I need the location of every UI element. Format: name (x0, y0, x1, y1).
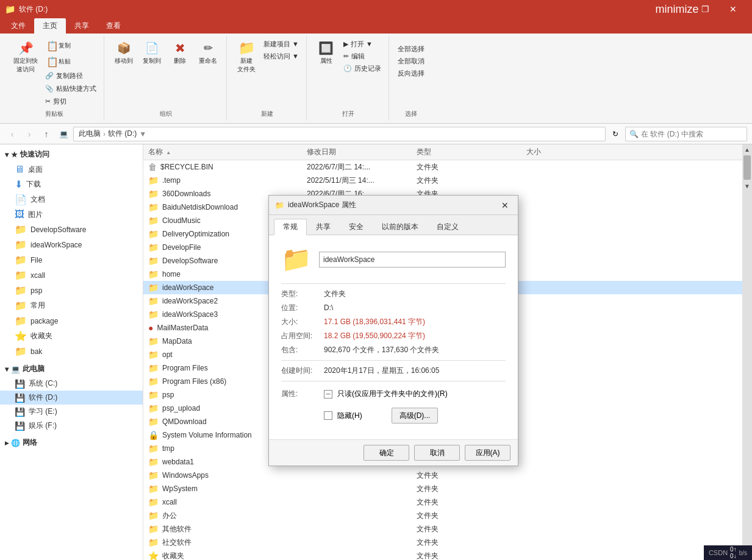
ok-button[interactable]: 确定 (363, 445, 409, 461)
speed-display: 0↑ 0↓ (730, 546, 737, 559)
file-row-temp[interactable]: 📁.temp 2022/5/11/周三 14:... 文件夹 (143, 174, 742, 187)
new-folder-button[interactable]: 📁 新建文件夹 (233, 38, 260, 75)
dialog-tab-share[interactable]: 共享 (307, 219, 340, 235)
scroll-down-button[interactable]: ▼ (742, 181, 752, 191)
ribbon-tab-home[interactable]: 主页 (34, 18, 66, 34)
sidebar-item-favorites[interactable]: ⭐ 收藏夹 📌 (0, 328, 143, 344)
select-all-button[interactable]: 全部选择 (395, 43, 427, 55)
file-row-xcall[interactable]: 📁xcall 文件夹 (143, 495, 742, 509)
new-item-button[interactable]: 新建项目 ▼ (261, 38, 301, 50)
file-row-wpsystem[interactable]: 📁WpSystem 文件夹 (143, 482, 742, 495)
file-row-windowsapps[interactable]: 📁WindowsApps 文件夹 (143, 469, 742, 482)
readonly-checkbox[interactable]: ─ (324, 390, 332, 399)
back-button[interactable]: ‹ (5, 127, 20, 141)
search-box[interactable]: 🔍 (625, 127, 747, 141)
col-date-header[interactable]: 修改日期 (302, 147, 412, 157)
file-row-recycle[interactable]: 🗑$RECYCLE.BIN 2022/6/7/周二 14:... 文件夹 (143, 160, 742, 174)
ribbon-tab-view[interactable]: 查看 (98, 18, 129, 34)
col-date-label: 修改日期 (307, 147, 336, 156)
paste-shortcut-button[interactable]: 📎 粘贴快捷方式 (43, 83, 99, 94)
develop-software-icon: 📁 (15, 224, 27, 235)
search-input[interactable] (641, 130, 743, 138)
copy-to-button[interactable]: 📄 复制到 (138, 38, 165, 66)
contains-value: 902,670 个文件，137,630 个文件夹 (324, 345, 439, 355)
sidebar-item-common[interactable]: 📁 常用 📌 (0, 298, 143, 313)
open-button[interactable]: ▶ 打开 ▼ (341, 38, 384, 50)
sidebar-item-xcall[interactable]: 📁 xcall 📌 (0, 268, 143, 283)
cut-button[interactable]: ✂ 剪切 (43, 96, 99, 107)
ribbon-content: 📌 固定到快速访问 📋 复制 📋 粘贴 🔗 复制路径 (0, 34, 752, 123)
pin-button[interactable]: 📌 固定到快速访问 (10, 38, 41, 75)
network-header[interactable]: ▸ 🌐 网络 (0, 435, 143, 450)
restore-button[interactable]: ❐ (691, 0, 719, 18)
address-path[interactable]: 此电脑 › 软件 (D:) ▼ (73, 127, 606, 141)
history-button[interactable]: 🕐 历史记录 (341, 63, 384, 74)
file-row-favorites-folder[interactable]: ⭐收藏夹 文件夹 (143, 549, 742, 560)
properties-dialog[interactable]: 📁 ideaWorkSpace 属性 ✕ 常规 共享 安全 以前的版本 自定义 … (268, 195, 518, 466)
sidebar-item-develop-software[interactable]: 📁 DevelopSoftware 📌 (0, 222, 143, 237)
edit-button[interactable]: ✏ 编辑 (341, 51, 384, 62)
sidebar-item-drive-d[interactable]: 💾 软件 (D:) (0, 391, 143, 405)
forward-button[interactable]: › (22, 127, 37, 141)
properties-button[interactable]: 🔲 属性 (313, 38, 340, 66)
dialog-folder-row: 📁 (281, 245, 506, 274)
hidden-checkbox[interactable] (324, 411, 332, 420)
sidebar-item-drive-c[interactable]: 💾 系统 (C:) (0, 377, 143, 391)
cancel-button[interactable]: 取消 (414, 445, 460, 461)
dialog-tab-custom[interactable]: 自定义 (428, 219, 468, 235)
advanced-button[interactable]: 高级(D)... (392, 408, 439, 424)
col-name-header[interactable]: 名称 ▲ (143, 147, 302, 157)
sidebar-item-downloads[interactable]: ⬇ 下载 📌 (0, 177, 143, 192)
rename-button[interactable]: ✏ 重命名 (195, 38, 221, 66)
up-button[interactable]: ↑ (39, 127, 54, 141)
select-none-button[interactable]: 全部取消 (395, 55, 427, 67)
sidebar-item-file[interactable]: 📁 File 📌 (0, 252, 143, 268)
copy-button[interactable]: 📋 复制 (43, 38, 99, 53)
refresh-button[interactable]: ↻ (608, 127, 623, 141)
windowsapps-icon: 📁 (148, 470, 159, 480)
dialog-tab-general[interactable]: 常规 (274, 219, 307, 235)
sidebar-item-documents[interactable]: 📄 文档 📌 (0, 192, 143, 207)
dialog-title-bar: 📁 ideaWorkSpace 属性 ✕ (269, 196, 518, 215)
dialog-close-button[interactable]: ✕ (498, 199, 512, 212)
move-to-button[interactable]: 📦 移动到 (110, 38, 137, 66)
sidebar-item-package[interactable]: 📁 package 📌 (0, 313, 143, 328)
apply-button[interactable]: 应用(A) (465, 445, 510, 461)
title-bar-left: 📁 软件 (D:) (5, 4, 48, 15)
sidebar-item-desktop[interactable]: 🖥 桌面 📌 (0, 162, 143, 177)
sidebar-item-bak[interactable]: 📁 bak 📌 (0, 344, 143, 359)
file-row-office[interactable]: 📁办公 文件夹 (143, 509, 742, 522)
invert-select-button[interactable]: 反向选择 (395, 68, 427, 79)
paste-button[interactable]: 📋 粘贴 (43, 54, 99, 69)
scroll-thumb[interactable] (743, 155, 751, 180)
delete-button[interactable]: ✖ 删除 (167, 38, 193, 66)
scroll-indicator[interactable]: ▲ ▼ (742, 144, 752, 560)
col-type-header[interactable]: 类型 (412, 147, 485, 157)
quick-access-header[interactable]: ▾ ★ 快速访问 (0, 147, 143, 162)
easy-access-button[interactable]: 轻松访问 ▼ (261, 51, 301, 62)
dialog-tab-previous[interactable]: 以前的版本 (373, 219, 428, 235)
sidebar-item-drive-e[interactable]: 💾 学习 (E:) (0, 405, 143, 419)
dialog-name-input[interactable] (319, 252, 506, 268)
tmp-name: tmp (162, 444, 174, 453)
file-row-other-software[interactable]: 📁其他软件 文件夹 (143, 522, 742, 536)
edit-label: 编辑 (351, 52, 365, 61)
minimize-button[interactable]: minimize (663, 0, 691, 18)
ribbon-tab-share[interactable]: 共享 (66, 18, 98, 34)
sidebar-item-idea-workspace[interactable]: 📁 ideaWorkSpace 📌 (0, 237, 143, 252)
paste-shortcut-icon: 📎 (45, 85, 54, 93)
scroll-up-button[interactable]: ▲ (742, 144, 752, 154)
drive-d-icon: 💾 (15, 393, 25, 403)
file-row-social[interactable]: 📁社交软件 文件夹 (143, 536, 742, 549)
sidebar-item-pictures[interactable]: 🖼 图片 📌 (0, 207, 143, 222)
sidebar-item-psp[interactable]: 📁 psp 📌 (0, 283, 143, 298)
wpsystem-name: WpSystem (162, 484, 198, 493)
copy-path-button[interactable]: 🔗 复制路径 (43, 70, 99, 82)
this-pc-header[interactable]: ▾ 💻 此电脑 (0, 361, 143, 377)
cloudmusic-icon: 📁 (148, 216, 159, 225)
close-button[interactable]: ✕ (719, 0, 747, 18)
dialog-tab-security[interactable]: 安全 (340, 219, 373, 235)
ribbon-tab-file[interactable]: 文件 (2, 18, 34, 34)
sidebar-item-drive-f[interactable]: 💾 娱乐 (F:) (0, 419, 143, 433)
col-size-header[interactable]: 大小 (485, 147, 546, 157)
